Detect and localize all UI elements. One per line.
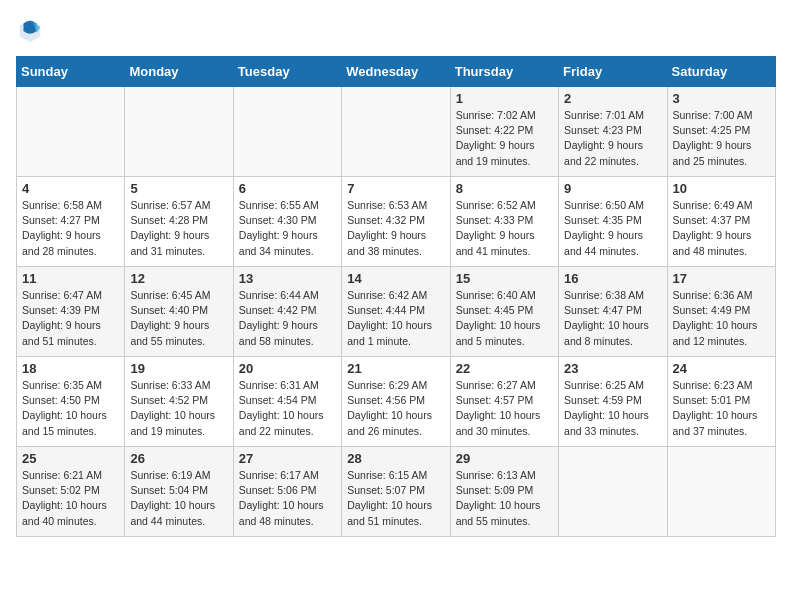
day-detail: Sunrise: 6:50 AM Sunset: 4:35 PM Dayligh… bbox=[564, 198, 661, 259]
day-detail: Sunrise: 6:27 AM Sunset: 4:57 PM Dayligh… bbox=[456, 378, 553, 439]
day-detail: Sunrise: 6:44 AM Sunset: 4:42 PM Dayligh… bbox=[239, 288, 336, 349]
day-cell: 24Sunrise: 6:23 AM Sunset: 5:01 PM Dayli… bbox=[667, 357, 775, 447]
day-detail: Sunrise: 6:57 AM Sunset: 4:28 PM Dayligh… bbox=[130, 198, 227, 259]
day-cell: 29Sunrise: 6:13 AM Sunset: 5:09 PM Dayli… bbox=[450, 447, 558, 537]
day-number: 4 bbox=[22, 181, 119, 196]
day-cell: 25Sunrise: 6:21 AM Sunset: 5:02 PM Dayli… bbox=[17, 447, 125, 537]
day-number: 9 bbox=[564, 181, 661, 196]
day-cell: 4Sunrise: 6:58 AM Sunset: 4:27 PM Daylig… bbox=[17, 177, 125, 267]
day-cell: 1Sunrise: 7:02 AM Sunset: 4:22 PM Daylig… bbox=[450, 87, 558, 177]
logo-icon bbox=[16, 16, 44, 44]
day-detail: Sunrise: 6:15 AM Sunset: 5:07 PM Dayligh… bbox=[347, 468, 444, 529]
day-number: 29 bbox=[456, 451, 553, 466]
day-detail: Sunrise: 6:38 AM Sunset: 4:47 PM Dayligh… bbox=[564, 288, 661, 349]
day-cell: 21Sunrise: 6:29 AM Sunset: 4:56 PM Dayli… bbox=[342, 357, 450, 447]
day-number: 12 bbox=[130, 271, 227, 286]
day-cell: 20Sunrise: 6:31 AM Sunset: 4:54 PM Dayli… bbox=[233, 357, 341, 447]
day-number: 19 bbox=[130, 361, 227, 376]
day-cell: 23Sunrise: 6:25 AM Sunset: 4:59 PM Dayli… bbox=[559, 357, 667, 447]
day-detail: Sunrise: 6:49 AM Sunset: 4:37 PM Dayligh… bbox=[673, 198, 770, 259]
day-number: 24 bbox=[673, 361, 770, 376]
day-number: 28 bbox=[347, 451, 444, 466]
day-number: 15 bbox=[456, 271, 553, 286]
header-day-thursday: Thursday bbox=[450, 57, 558, 87]
day-number: 26 bbox=[130, 451, 227, 466]
day-number: 2 bbox=[564, 91, 661, 106]
day-detail: Sunrise: 7:02 AM Sunset: 4:22 PM Dayligh… bbox=[456, 108, 553, 169]
header-day-monday: Monday bbox=[125, 57, 233, 87]
day-cell: 8Sunrise: 6:52 AM Sunset: 4:33 PM Daylig… bbox=[450, 177, 558, 267]
day-cell: 22Sunrise: 6:27 AM Sunset: 4:57 PM Dayli… bbox=[450, 357, 558, 447]
day-cell: 11Sunrise: 6:47 AM Sunset: 4:39 PM Dayli… bbox=[17, 267, 125, 357]
day-cell: 10Sunrise: 6:49 AM Sunset: 4:37 PM Dayli… bbox=[667, 177, 775, 267]
day-number: 5 bbox=[130, 181, 227, 196]
day-cell: 15Sunrise: 6:40 AM Sunset: 4:45 PM Dayli… bbox=[450, 267, 558, 357]
day-cell: 28Sunrise: 6:15 AM Sunset: 5:07 PM Dayli… bbox=[342, 447, 450, 537]
day-cell: 16Sunrise: 6:38 AM Sunset: 4:47 PM Dayli… bbox=[559, 267, 667, 357]
day-cell bbox=[667, 447, 775, 537]
header bbox=[16, 16, 776, 44]
calendar-table: SundayMondayTuesdayWednesdayThursdayFrid… bbox=[16, 56, 776, 537]
day-detail: Sunrise: 6:19 AM Sunset: 5:04 PM Dayligh… bbox=[130, 468, 227, 529]
day-detail: Sunrise: 6:33 AM Sunset: 4:52 PM Dayligh… bbox=[130, 378, 227, 439]
header-day-saturday: Saturday bbox=[667, 57, 775, 87]
day-number: 13 bbox=[239, 271, 336, 286]
day-cell bbox=[559, 447, 667, 537]
day-cell: 6Sunrise: 6:55 AM Sunset: 4:30 PM Daylig… bbox=[233, 177, 341, 267]
day-cell: 12Sunrise: 6:45 AM Sunset: 4:40 PM Dayli… bbox=[125, 267, 233, 357]
page: SundayMondayTuesdayWednesdayThursdayFrid… bbox=[0, 0, 792, 547]
day-detail: Sunrise: 6:47 AM Sunset: 4:39 PM Dayligh… bbox=[22, 288, 119, 349]
day-cell bbox=[233, 87, 341, 177]
day-number: 20 bbox=[239, 361, 336, 376]
day-number: 16 bbox=[564, 271, 661, 286]
day-detail: Sunrise: 6:45 AM Sunset: 4:40 PM Dayligh… bbox=[130, 288, 227, 349]
header-day-friday: Friday bbox=[559, 57, 667, 87]
day-cell: 14Sunrise: 6:42 AM Sunset: 4:44 PM Dayli… bbox=[342, 267, 450, 357]
day-cell bbox=[17, 87, 125, 177]
day-detail: Sunrise: 7:00 AM Sunset: 4:25 PM Dayligh… bbox=[673, 108, 770, 169]
day-number: 3 bbox=[673, 91, 770, 106]
day-cell: 7Sunrise: 6:53 AM Sunset: 4:32 PM Daylig… bbox=[342, 177, 450, 267]
day-detail: Sunrise: 6:13 AM Sunset: 5:09 PM Dayligh… bbox=[456, 468, 553, 529]
day-number: 7 bbox=[347, 181, 444, 196]
week-row-3: 18Sunrise: 6:35 AM Sunset: 4:50 PM Dayli… bbox=[17, 357, 776, 447]
day-detail: Sunrise: 6:55 AM Sunset: 4:30 PM Dayligh… bbox=[239, 198, 336, 259]
day-number: 10 bbox=[673, 181, 770, 196]
week-row-2: 11Sunrise: 6:47 AM Sunset: 4:39 PM Dayli… bbox=[17, 267, 776, 357]
day-detail: Sunrise: 6:21 AM Sunset: 5:02 PM Dayligh… bbox=[22, 468, 119, 529]
header-day-wednesday: Wednesday bbox=[342, 57, 450, 87]
day-detail: Sunrise: 6:29 AM Sunset: 4:56 PM Dayligh… bbox=[347, 378, 444, 439]
header-row: SundayMondayTuesdayWednesdayThursdayFrid… bbox=[17, 57, 776, 87]
day-cell: 9Sunrise: 6:50 AM Sunset: 4:35 PM Daylig… bbox=[559, 177, 667, 267]
header-day-sunday: Sunday bbox=[17, 57, 125, 87]
day-number: 1 bbox=[456, 91, 553, 106]
day-number: 22 bbox=[456, 361, 553, 376]
day-number: 11 bbox=[22, 271, 119, 286]
day-detail: Sunrise: 6:58 AM Sunset: 4:27 PM Dayligh… bbox=[22, 198, 119, 259]
day-detail: Sunrise: 6:40 AM Sunset: 4:45 PM Dayligh… bbox=[456, 288, 553, 349]
day-cell: 2Sunrise: 7:01 AM Sunset: 4:23 PM Daylig… bbox=[559, 87, 667, 177]
day-number: 18 bbox=[22, 361, 119, 376]
day-cell bbox=[125, 87, 233, 177]
week-row-0: 1Sunrise: 7:02 AM Sunset: 4:22 PM Daylig… bbox=[17, 87, 776, 177]
day-detail: Sunrise: 6:53 AM Sunset: 4:32 PM Dayligh… bbox=[347, 198, 444, 259]
day-cell: 26Sunrise: 6:19 AM Sunset: 5:04 PM Dayli… bbox=[125, 447, 233, 537]
day-cell: 13Sunrise: 6:44 AM Sunset: 4:42 PM Dayli… bbox=[233, 267, 341, 357]
day-detail: Sunrise: 7:01 AM Sunset: 4:23 PM Dayligh… bbox=[564, 108, 661, 169]
day-number: 14 bbox=[347, 271, 444, 286]
day-number: 6 bbox=[239, 181, 336, 196]
day-detail: Sunrise: 6:23 AM Sunset: 5:01 PM Dayligh… bbox=[673, 378, 770, 439]
day-detail: Sunrise: 6:17 AM Sunset: 5:06 PM Dayligh… bbox=[239, 468, 336, 529]
day-number: 21 bbox=[347, 361, 444, 376]
day-cell: 27Sunrise: 6:17 AM Sunset: 5:06 PM Dayli… bbox=[233, 447, 341, 537]
day-number: 8 bbox=[456, 181, 553, 196]
day-cell: 18Sunrise: 6:35 AM Sunset: 4:50 PM Dayli… bbox=[17, 357, 125, 447]
day-detail: Sunrise: 6:35 AM Sunset: 4:50 PM Dayligh… bbox=[22, 378, 119, 439]
day-number: 23 bbox=[564, 361, 661, 376]
day-number: 27 bbox=[239, 451, 336, 466]
day-cell bbox=[342, 87, 450, 177]
day-cell: 3Sunrise: 7:00 AM Sunset: 4:25 PM Daylig… bbox=[667, 87, 775, 177]
day-cell: 17Sunrise: 6:36 AM Sunset: 4:49 PM Dayli… bbox=[667, 267, 775, 357]
day-detail: Sunrise: 6:25 AM Sunset: 4:59 PM Dayligh… bbox=[564, 378, 661, 439]
week-row-4: 25Sunrise: 6:21 AM Sunset: 5:02 PM Dayli… bbox=[17, 447, 776, 537]
